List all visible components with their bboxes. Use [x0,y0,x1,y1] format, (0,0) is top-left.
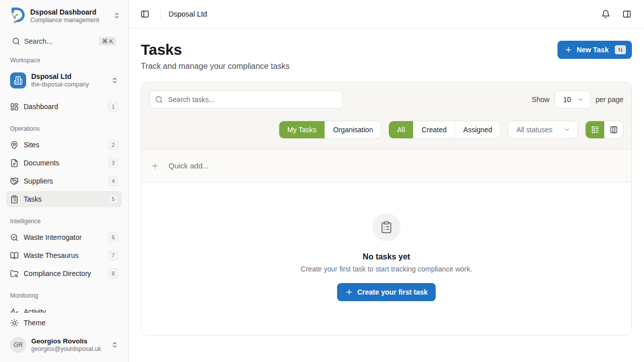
new-task-button[interactable]: New Task N [557,41,632,59]
workspace-slug: the-dsposal-company [31,81,106,88]
status-filter-select[interactable]: All statuses [508,121,578,139]
sidebar-search-label: Search... [24,37,95,45]
search-check-icon [10,233,19,242]
tasks-toolbar: Show 10 per page My Tasks Organisati [141,82,631,149]
shortcut-badge: 5 [108,194,118,204]
create-first-task-label: Create your first task [357,288,428,296]
page-header: Tasks Track and manage your compliance t… [141,41,632,71]
tab-my-tasks[interactable]: My Tasks [279,121,325,138]
search-shortcut-badge: ⌘ K [99,37,116,46]
activity-icon [10,308,19,313]
page-size-select[interactable]: 10 [554,90,591,109]
new-task-label: New Task [577,46,609,54]
right-panel-toggle-button[interactable] [620,7,634,21]
sidebar-toggle-button[interactable] [138,7,152,21]
section-heading-intelligence: Intelligence [6,217,122,225]
shortcut-badge: 6 [108,232,118,242]
user-email: georgios@yourdsposal.uk [31,345,106,353]
shortcut-badge: 2 [108,140,118,150]
workspace-switcher[interactable]: Dsposal Ltd the-dsposal-company [6,68,122,93]
plus-icon [150,161,159,170]
header-company-name: Dsposal Ltd [169,10,595,18]
board-view-icon [610,126,618,134]
workspace-text: Dsposal Ltd the-dsposal-company [31,72,106,88]
dashboard-icon [10,103,19,111]
tab-all[interactable]: All [389,121,413,138]
sidebar-item-label: Waste Interrogator [24,233,103,241]
theme-toggle[interactable]: Theme [6,315,122,331]
app-switcher[interactable]: Dsposal Dashboard Compliance management [6,7,122,24]
search-icon [12,37,20,45]
empty-state-description: Create your first task to start tracking… [301,265,472,273]
app-subtitle: Compliance management [30,17,108,24]
sidebar-item-waste-thesaurus[interactable]: Waste Thesaurus 7 [6,247,122,263]
show-label: Show [532,96,549,104]
top-header: Dsposal Ltd [129,0,644,29]
panel-right-icon [622,10,631,19]
task-search-input[interactable] [149,90,343,109]
sidebar-item-label: Activity [24,308,118,313]
file-text-icon [10,159,19,167]
user-text: Georgios Rovolis georgios@yourdsposal.uk [31,337,106,353]
sidebar-search[interactable]: Search... ⌘ K [8,34,120,48]
clipboard-icon [372,213,400,241]
tab-organisation[interactable]: Organisation [325,121,381,138]
shortcut-badge: 3 [108,158,118,168]
tab-assigned[interactable]: Assigned [455,121,501,138]
header-divider [160,9,160,19]
sidebar-item-sites[interactable]: Sites 2 [6,137,122,153]
book-open-icon [10,251,19,260]
shortcut-badge: 8 [108,268,118,279]
sidebar-item-documents[interactable]: Documents 3 [6,155,122,171]
per-page-label: per page [596,96,623,104]
shortcut-badge: 4 [108,176,118,186]
sidebar-item-tasks[interactable]: Tasks 5 [6,191,122,207]
user-name: Georgios Rovolis [31,337,106,345]
sidebar-item-dashboard[interactable]: Dashboard 1 [6,99,122,115]
user-menu[interactable]: GR Georgios Rovolis georgios@yourdsposal… [6,333,122,357]
page-size-value: 10 [563,96,571,104]
scope-tabs: My Tasks Organisation [279,121,381,139]
list-view-button[interactable] [586,121,604,138]
sidebar-item-label: Tasks [24,195,103,203]
sidebar-nav: Workspace Dsposal Ltd the-dsposal-compan… [0,48,128,313]
tasks-card: Show 10 per page My Tasks Organisati [141,82,632,335]
theme-label: Theme [24,319,46,327]
plus-icon [565,46,573,54]
chevron-down-icon [577,96,584,103]
sidebar-item-waste-interrogator[interactable]: Waste Interrogator 6 [6,229,122,245]
status-filter-value: All statuses [516,126,552,134]
tab-created[interactable]: Created [413,121,455,138]
page-title-block: Tasks Track and manage your compliance t… [141,41,290,71]
map-pin-icon [10,141,19,149]
task-search-wrap [149,90,343,109]
new-task-shortcut-badge: N [615,45,626,54]
sidebar-item-label: Sites [24,141,103,149]
notifications-button[interactable] [599,7,613,21]
app-title: Dsposal Dashboard [30,8,108,17]
avatar: GR [10,337,26,353]
board-view-button[interactable] [604,121,623,138]
chevrons-up-down-icon [111,77,118,84]
main-area: Dsposal Ltd Tasks Track and manage your … [129,0,644,362]
clipboard-list-icon [10,195,19,204]
sidebar-header: Dsposal Dashboard Compliance management … [0,0,128,48]
panel-left-icon [140,10,149,19]
sidebar-item-label: Documents [24,159,103,167]
building-icon [10,72,26,88]
quick-add-row[interactable]: Quick add... [141,149,631,183]
sun-icon [10,319,19,327]
sidebar-item-suppliers[interactable]: Suppliers 4 [6,173,122,189]
empty-state-title: No tasks yet [363,252,410,261]
folder-search-icon [10,269,19,278]
empty-state: No tasks yet Create your first task to s… [141,183,631,335]
view-toggle [585,121,623,139]
chevrons-up-down-icon [111,341,118,348]
section-heading-monitoring: Monitoring [6,292,122,300]
sidebar-item-compliance-directory[interactable]: Compliance Directory 8 [6,265,122,282]
create-first-task-button[interactable]: Create your first task [337,283,436,301]
sidebar-item-activity[interactable]: Activity [6,304,122,313]
list-view-icon [591,126,599,134]
page-subtitle: Track and manage your compliance tasks [141,62,290,71]
ownership-tabs: All Created Assigned [388,121,501,139]
